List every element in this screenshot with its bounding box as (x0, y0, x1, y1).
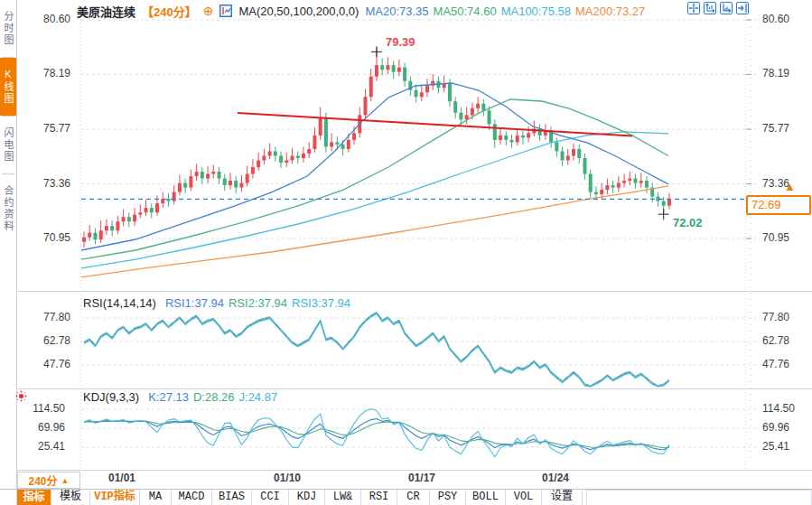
rsi-panel-header: RSI(14,14,14) RSI1:37.94RSI2:37.94RSI3:3… (83, 296, 355, 310)
axis-scale-right-icon[interactable] (720, 2, 733, 14)
sidebar-item-3[interactable]: 闪电图 (0, 117, 16, 173)
axis-label: 78.19 (18, 67, 70, 79)
hot-indicator-icon (19, 394, 23, 398)
timeframe-selector[interactable]: 240分 ▲ (17, 472, 80, 489)
toolbar-item-MACD[interactable]: MACD (172, 490, 212, 505)
axis-label: 114.50 (762, 402, 795, 415)
kdj-value-2: D:28.26 (193, 390, 235, 404)
toolbar-item-PSY[interactable]: PSY (430, 490, 466, 505)
rsi-value-1: RSI1:37.94 (165, 296, 224, 310)
axis-label: 73.36 (18, 177, 70, 190)
toolbar-item-VIP指标[interactable]: VIP指标 (90, 490, 140, 505)
date-label-01/24: 01/24 (542, 472, 569, 484)
rsi-formula: RSI(14,14,14) (83, 296, 156, 310)
kdj-panel-header: KDJ(9,3,3) K:27.13D:28.26J:24.87 (83, 390, 282, 404)
axis-label: 70.95 (18, 231, 70, 244)
current-price-box: 72.69 (746, 195, 811, 215)
axis-scale-left-icon[interactable] (704, 2, 716, 14)
axis-label: 77.80 (18, 311, 70, 323)
chevron-up-icon: ▲ (61, 476, 70, 485)
kdj-value-3: J:24.87 (239, 390, 278, 404)
ma-values: MA20:73.35MA50:74.60MA100:75.58MA200:73.… (365, 5, 649, 18)
toolbar-item-VOL[interactable]: VOL (506, 490, 542, 505)
pan-right-icon[interactable] (736, 2, 749, 14)
ma-value-1: MA20:73.35 (365, 5, 428, 18)
date-label-01/01: 01/01 (108, 472, 135, 484)
axis-label: 70.95 (762, 231, 789, 244)
low-price-label: 72.02 (673, 216, 703, 229)
rsi-values: RSI1:37.94RSI2:37.94RSI3:37.94 (165, 296, 355, 310)
toolbar-item-指标[interactable]: 指标 (16, 490, 51, 505)
chart-header: 美原油连续 【240分】 ⊕ MA(20,50,100,200,0,0) MA2… (77, 3, 649, 19)
toolbar-item-模板[interactable]: 模板 (51, 490, 90, 505)
axis-label: 25.41 (762, 440, 789, 453)
axis-label: 47.76 (762, 358, 789, 370)
axis-label: 75.77 (18, 122, 70, 135)
axis-label: 73.36 (762, 177, 789, 190)
ma-formula: MA(20,50,100,200,0,0) (238, 5, 359, 18)
axis-label: 77.80 (762, 311, 789, 323)
rsi-value-2: RSI2:37.94 (229, 296, 287, 310)
kdj-values: K:27.13D:28.26J:24.87 (148, 390, 282, 404)
sidebar-item-2[interactable]: K线图 (0, 58, 16, 116)
sidebar-item-1[interactable]: 分时图 (0, 0, 16, 57)
instrument-title: 美原油连续 (77, 3, 135, 20)
ma-value-4: MA200:73.27 (575, 5, 645, 18)
toolbar-item-LW&[interactable]: LW& (325, 490, 361, 505)
toolbar-item-BOLL[interactable]: BOLL (466, 490, 506, 505)
toolbar-item-设置[interactable]: 设置 (542, 490, 583, 505)
axis-label: 80.60 (18, 13, 70, 25)
crosshair-tool-icon[interactable] (687, 2, 700, 14)
toolbar-item-CR[interactable]: CR (397, 490, 430, 505)
peak-price-label: 79.39 (386, 35, 415, 49)
date-label-01/17: 01/17 (408, 472, 435, 484)
timeframe-label: 240分 (29, 472, 58, 488)
toolbar-item-KDJ[interactable]: KDJ (289, 490, 325, 505)
axis-label: 69.96 (762, 421, 789, 434)
trading-app: 分时图K线图闪电图合约资料 美原油连续 【240分】 ⊕ MA(20,50,10… (0, 0, 812, 505)
indicator-toolbar: 指标模板VIP指标MAMACDBIASCCIKDJLW&RSICRPSYBOLL… (0, 489, 812, 505)
kdj-value-1: K:27.13 (148, 390, 189, 404)
toolbar-item-BIAS[interactable]: BIAS (212, 490, 252, 505)
toolbar-item-MA[interactable]: MA (140, 490, 172, 505)
toolbar-item-RSI[interactable]: RSI (361, 490, 397, 505)
axis-label: 62.78 (18, 334, 70, 347)
date-label-01/10: 01/10 (274, 472, 301, 484)
compare-icon[interactable]: ⊕ (203, 4, 214, 18)
axis-label: 47.76 (18, 358, 70, 370)
period-tag: 【240分】 (142, 3, 197, 20)
axis-label: 69.96 (13, 421, 65, 434)
rsi-value-3: RSI3:37.94 (292, 296, 350, 310)
toolbar-item-CCI[interactable]: CCI (252, 490, 289, 505)
axis-label: 114.50 (13, 402, 65, 415)
chart-canvas (0, 0, 812, 505)
ma-value-3: MA100:75.58 (501, 5, 571, 18)
toolbar-empty-strip (586, 490, 812, 505)
axis-label: 25.41 (13, 440, 65, 453)
kdj-formula: KDJ(9,3,3) (83, 390, 139, 404)
ma-value-2: MA50:74.60 (434, 5, 497, 18)
axis-label: 75.77 (762, 122, 789, 135)
axis-label: 62.78 (762, 334, 789, 347)
chart-tools (687, 2, 749, 14)
candlestick-chart-icon[interactable] (219, 5, 232, 17)
sidebar-item-4[interactable]: 合约资料 (0, 174, 16, 243)
axis-label: 78.19 (762, 67, 789, 79)
current-price-value: 72.69 (751, 198, 781, 211)
axis-label: 80.60 (762, 13, 789, 25)
